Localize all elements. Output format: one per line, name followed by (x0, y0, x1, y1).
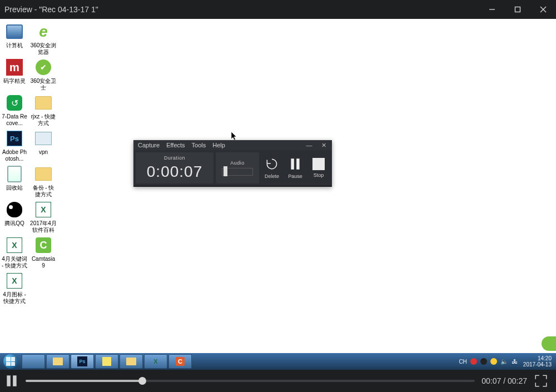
taskbar-item-browser[interactable] (22, 354, 45, 369)
menu-help[interactable]: Help (212, 142, 225, 148)
tray-volume-icon[interactable]: 🔈 (500, 358, 508, 365)
ime-indicator[interactable]: CH (459, 359, 466, 365)
tray-icon-qq[interactable] (480, 358, 487, 365)
desktop-icon-label: 7-Data Recove... (1, 113, 28, 127)
audio-slider-thumb[interactable] (224, 166, 227, 176)
preview-content: 计算机e360安全浏览器m码字精灵✔360安全卫士↺7-Data Recove.… (0, 19, 556, 370)
pause-label: Pause (288, 173, 302, 179)
excel-icon: X (5, 271, 24, 290)
desktop-icon-label: 360安全卫士 (30, 78, 57, 91)
desktop-icon-label: 4月关键词 - 快捷方式 (1, 256, 28, 269)
desktop-icon-label: rjxz - 快捷方式 (30, 113, 57, 127)
recover-icon: ↺ (5, 93, 24, 112)
recorder-window[interactable]: Capture Effects Tools Help — ✕ Duration … (133, 140, 332, 187)
svg-rect-4 (291, 158, 294, 170)
float-badge-icon[interactable] (542, 336, 556, 351)
desktop-icon-label: 计算机 (6, 42, 23, 49)
play-pause-button[interactable] (4, 374, 19, 388)
recorder-minimize-button[interactable]: — (305, 142, 313, 148)
desktop-icon-apr-encyc[interactable]: X2017年4月软件百科 (30, 200, 57, 234)
ps-icon: Ps (5, 129, 24, 148)
desktop-icon-apr-keywords[interactable]: X4月关键词 - 快捷方式 (1, 236, 28, 269)
m-icon: m (5, 58, 24, 77)
start-button[interactable] (0, 353, 21, 370)
audio-meter[interactable] (222, 168, 253, 176)
shield-icon: ✔ (34, 58, 53, 77)
svg-rect-6 (7, 375, 10, 386)
qq-icon (5, 200, 24, 219)
menu-tools[interactable]: Tools (192, 142, 206, 148)
recorder-menubar: Capture Effects Tools Help — ✕ (133, 140, 332, 150)
excel-icon: X (34, 200, 53, 219)
desktop-icon-7data[interactable]: ↺7-Data Recove... (1, 93, 28, 127)
clock-time: 14:20 (523, 355, 552, 361)
stop-label: Stop (314, 172, 324, 178)
preview-title: Preview - "Rec 04-13-17 1" (4, 5, 479, 14)
folder-icon (34, 93, 53, 112)
stop-icon (312, 158, 325, 170)
desktop-icon-recycle[interactable]: 回收站 (1, 165, 28, 198)
desktop-icon-qq[interactable]: 腾讯QQ (1, 200, 28, 234)
desktop-icon-label: 回收站 (6, 185, 23, 191)
seek-thumb[interactable] (138, 377, 146, 385)
excel-icon: X (5, 236, 24, 255)
tray-icon-3[interactable] (490, 358, 497, 365)
menu-effects[interactable]: Effects (166, 142, 185, 148)
desktop-icon-vpn[interactable]: vpn (30, 129, 57, 162)
desktop-icon-photoshop[interactable]: PsAdobe Photosh... (1, 129, 28, 162)
pause-button[interactable]: Pause (285, 152, 306, 183)
desktop-icons: 计算机e360安全浏览器m码字精灵✔360安全卫士↺7-Data Recove.… (1, 22, 57, 305)
taskbar-item-excel[interactable]: X (144, 354, 167, 369)
close-button[interactable] (530, 0, 556, 19)
desktop-icon-360-guard[interactable]: ✔360安全卫士 (30, 58, 57, 91)
svg-rect-5 (296, 158, 299, 170)
time-current: 00:07 (481, 376, 501, 385)
svg-rect-7 (13, 375, 16, 386)
desktop-icon-label: Camtasia 9 (30, 256, 57, 269)
maximize-button[interactable] (505, 0, 530, 19)
audio-label: Audio (230, 160, 245, 166)
desktop-icon-360-browser[interactable]: e360安全浏览器 (30, 22, 57, 56)
menu-capture[interactable]: Capture (138, 142, 160, 148)
taskbar-item-folder[interactable] (120, 354, 143, 369)
desktop-icon-mazijingl[interactable]: m码字精灵 (1, 58, 28, 91)
folder-icon (34, 165, 53, 183)
clock-date: 2017-04-13 (523, 361, 552, 368)
pause-icon (4, 374, 19, 388)
seek-track[interactable] (26, 380, 475, 382)
windows-logo-icon (3, 354, 18, 369)
desktop-icon-label: 4月图标 - 快捷方式 (1, 291, 28, 305)
desktop-icon-computer[interactable]: 计算机 (1, 22, 28, 56)
taskbar-clock[interactable]: 14:20 2017-04-13 (521, 355, 554, 368)
fullscreen-button[interactable] (534, 374, 548, 388)
minimize-button[interactable] (479, 0, 505, 19)
desktop-icon-backup[interactable]: 备份 - 快捷方式 (30, 165, 57, 198)
pause-icon (288, 157, 302, 171)
delete-label: Delete (265, 173, 279, 179)
e-icon: e (34, 22, 53, 41)
audio-panel: Audio (216, 152, 259, 183)
vpn-icon (34, 129, 53, 148)
taskbar-item-photoshop[interactable]: Ps (71, 354, 94, 369)
desktop-icon-label: 腾讯QQ (4, 220, 24, 227)
fullscreen-icon (534, 374, 548, 388)
recorder-close-button[interactable]: ✕ (320, 142, 327, 149)
preview-titlebar: Preview - "Rec 04-13-17 1" (0, 0, 556, 19)
time-total: 00:27 (508, 376, 527, 385)
desktop-icon-rjxz[interactable]: rjxz - 快捷方式 (30, 93, 57, 127)
desktop-icon-camtasia[interactable]: CCamtasia 9 (30, 236, 57, 269)
taskbar-item-notes[interactable] (95, 354, 118, 369)
desktop-icon-apr-icons[interactable]: X4月图标 - 快捷方式 (1, 271, 28, 305)
desktop-icon-label: Adobe Photosh... (1, 149, 28, 162)
stop-button[interactable]: Stop (308, 152, 329, 183)
taskbar-item-explorer[interactable] (46, 354, 70, 369)
delete-button[interactable]: Delete (261, 152, 282, 183)
desktop-icon-label: 360安全浏览器 (30, 42, 57, 56)
taskbar: Ps X C CH 🔈 🖧 14:20 2017-04-13 (0, 353, 556, 370)
tray-network-icon[interactable]: 🖧 (512, 358, 518, 365)
desktop-icon-label: 备份 - 快捷方式 (30, 185, 57, 198)
taskbar-item-camtasia[interactable]: C (168, 354, 192, 369)
bin-icon (5, 165, 24, 183)
tray-icon-1[interactable] (470, 358, 477, 365)
playback-bar: 00:07 / 00:27 (0, 370, 556, 392)
